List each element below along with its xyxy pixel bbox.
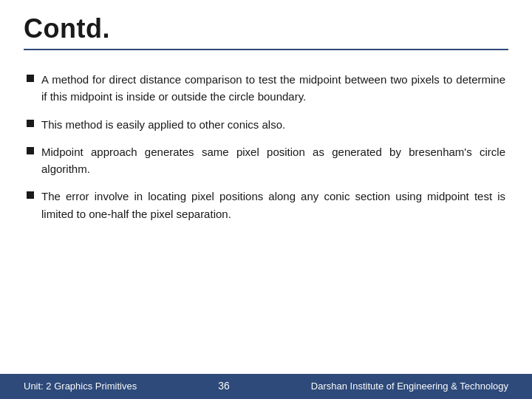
bullet-item-3: Midpoint approach generates same pixel p… (27, 143, 505, 178)
bullet-text-4: The error involve in locating pixel posi… (41, 188, 505, 222)
slide-content: A method for direct distance comparison … (0, 58, 532, 374)
bullet-item-4: The error involve in locating pixel posi… (27, 188, 505, 222)
footer-institute: Darshan Institute of Engineering & Techn… (311, 381, 508, 392)
footer-unit-value: 2 Graphics Primitives (46, 381, 137, 392)
bullet-text-3: Midpoint approach generates same pixel p… (41, 143, 505, 178)
slide-header: Contd. (0, 0, 532, 58)
header-divider (24, 49, 508, 50)
bullet-icon-4 (27, 191, 34, 199)
footer-page-number: 36 (218, 380, 230, 392)
bullet-item-1: A method for direct distance comparison … (27, 71, 505, 106)
footer-unit-prefix: Unit: (24, 381, 44, 392)
slide-container: Contd. A method for direct distance comp… (0, 0, 532, 399)
footer-unit: Unit: 2 Graphics Primitives (24, 381, 137, 392)
bullet-text-1: A method for direct distance comparison … (41, 71, 505, 106)
bullet-text-2: This method is easily applied to other c… (41, 116, 285, 133)
slide-title: Contd. (24, 13, 508, 44)
bullet-icon-2 (27, 120, 34, 127)
bullet-icon-1 (27, 75, 34, 82)
bullet-icon-3 (27, 147, 34, 154)
bullet-item-2: This method is easily applied to other c… (27, 116, 505, 133)
slide-footer: Unit: 2 Graphics Primitives 36 Darshan I… (0, 374, 532, 399)
